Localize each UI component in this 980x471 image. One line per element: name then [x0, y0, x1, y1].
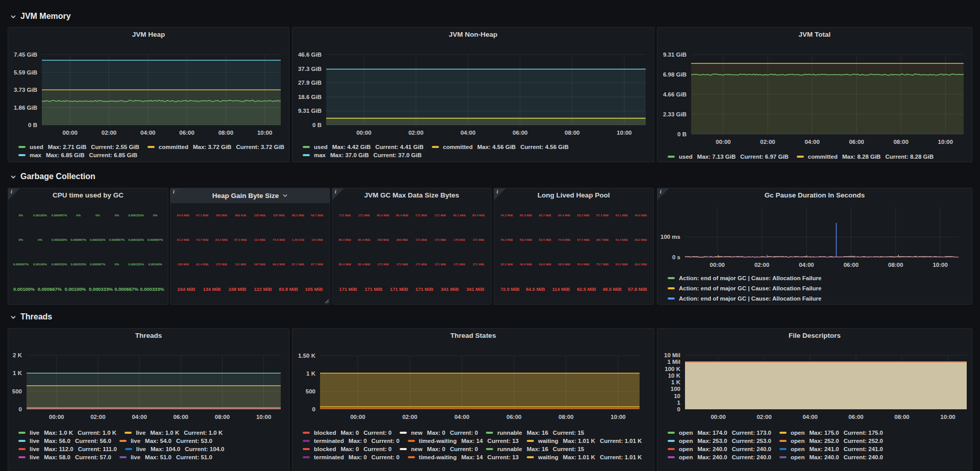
legend-item-committed[interactable]: committedMax: 8.28 GiBCurrent: 8.28 GiB: [797, 154, 934, 160]
svg-text:10:00: 10:00: [257, 130, 272, 136]
legend-series-name: new: [411, 446, 422, 452]
legend-item-open[interactable]: openMax: 174.0Current: 173.0: [668, 430, 771, 436]
legend-item-open[interactable]: openMax: 240.0Current: 240.0: [668, 446, 771, 452]
legend-item-waiting[interactable]: waitingMax: 1.01 KCurrent: 1.01 K: [527, 454, 642, 460]
legend-series-max: Max: 37.0 GiB: [330, 152, 369, 158]
legend-series-max: Max: 16: [527, 446, 548, 452]
legend-item-live[interactable]: liveMax: 104.0Current: 104.0: [125, 446, 225, 452]
panel-title-jvm-total[interactable]: JVM Total: [673, 31, 957, 38]
stat-value: 244 MiB: [174, 286, 199, 292]
svg-text:00:00: 00:00: [710, 262, 725, 268]
panel-title-jvm-heap[interactable]: JVM Heap: [23, 31, 274, 38]
legend-item-live[interactable]: liveMax: 58.0Current: 57.0: [18, 454, 111, 460]
svg-text:10:00: 10:00: [610, 414, 625, 420]
legend-item-blocked[interactable]: blockedMax: 0Current: 0: [303, 446, 391, 452]
legend-series-name: open: [679, 430, 693, 436]
legend-item-runnable[interactable]: runnableMax: 16Current: 15: [486, 446, 584, 452]
legend-item-waiting[interactable]: waitingMax: 1.01 KCurrent: 1.01 K: [527, 438, 642, 444]
legend-series-name: terminated: [314, 438, 344, 444]
svg-text:10 Mil: 10 Mil: [664, 352, 680, 358]
panel-title-heap-gain[interactable]: Heap Gain Byte Size: [212, 192, 279, 200]
svg-text:6.98 GiB: 6.98 GiB: [663, 71, 687, 78]
stat-value-small: 0.000667%: [107, 238, 127, 241]
svg-text:00:00: 00:00: [49, 414, 64, 420]
legend-item-committed[interactable]: committedMax: 4.56 GiBCurrent: 4.56 GiB: [432, 144, 569, 150]
legend-item-terminated[interactable]: terminatedMax: 0Current: 0: [303, 438, 400, 444]
gc-pause-legend: Action: end of major GC | Cause: Allocat…: [668, 275, 969, 305]
legend-series-max: Max: 51.0: [145, 454, 172, 460]
section-header-garbage-collection[interactable]: Garbage Collection: [10, 171, 95, 182]
panel-info-icon[interactable]: i: [332, 188, 344, 200]
legend-item-open[interactable]: openMax: 252.0Current: 252.0: [779, 438, 883, 444]
section-header-jvm-memory[interactable]: JVM Memory: [10, 11, 71, 21]
legend-item-new[interactable]: newMax: 0Current: 0: [400, 446, 478, 452]
panel-gc-pause-duration: i Gc Pause Duration In Seconds 100 ms0 s…: [657, 188, 972, 305]
svg-text:27.9 GiB: 27.9 GiB: [298, 80, 322, 86]
svg-text:02:00: 02:00: [756, 414, 771, 420]
legend-item-open[interactable]: openMax: 253.0Current: 253.0: [668, 438, 771, 444]
stat-value-small: 200 MiB: [374, 238, 393, 241]
panel-title-jvm-gc-max-data-size-bytes[interactable]: JVM GC Max Data Size Bytes: [348, 191, 476, 199]
legend-item-blocked[interactable]: blockedMax: 0Current: 0: [303, 430, 391, 436]
legend-item-action-end-of-major-gc-cause-allocation-failure[interactable]: Action: end of major GC | Cause: Allocat…: [668, 295, 826, 302]
stat-value-small: 85.4 MiB: [374, 214, 393, 217]
legend-series-color: [527, 456, 534, 458]
legend-series-name: open: [791, 454, 804, 460]
stat-value-small: 40.6 MiB: [517, 263, 536, 266]
svg-text:2.33 GiB: 2.33 GiB: [663, 111, 687, 117]
panel-title-jvm-non-heap[interactable]: JVM Non-Heap: [308, 31, 639, 38]
panel-title-thread-states[interactable]: Thread States: [308, 332, 639, 339]
legend-item-max[interactable]: maxMax: 37.0 GiBCurrent: 37.0 GiB: [303, 152, 422, 158]
svg-text:06:00: 06:00: [174, 414, 188, 420]
legend-item-max[interactable]: maxMax: 6.85 GiBCurrent: 6.85 GiB: [18, 152, 137, 158]
legend-item-open[interactable]: openMax: 175.0Current: 175.0: [779, 430, 883, 436]
legend-series-current: Current: 6.85 GiB: [89, 152, 137, 158]
stat-value-small: 28.7 MiB: [593, 238, 612, 241]
stat-value-small: 171 MiB: [431, 263, 450, 266]
svg-text:0 s: 0 s: [672, 254, 680, 260]
stat-value-small: 112 MiB: [250, 238, 270, 241]
legend-item-timed-waiting[interactable]: timed-waitingMax: 14Current: 13: [408, 454, 519, 460]
stat-value-small: 85.4 MiB: [354, 238, 373, 241]
panel-info-icon[interactable]: i: [494, 188, 506, 200]
legend-item-committed[interactable]: committedMax: 3.72 GiBCurrent: 3.72 GiB: [148, 144, 284, 150]
legend-item-live[interactable]: liveMax: 1.0 KCurrent: 1.0 K: [125, 430, 223, 436]
panel-title-threads[interactable]: Threads: [23, 332, 274, 339]
panel-info-icon[interactable]: i: [657, 188, 669, 200]
legend-item-action-end-of-major-gc-cause-allocation-failure[interactable]: Action: end of major GC | Cause: Allocat…: [668, 275, 826, 281]
legend-series-current: Current: 4.56 GiB: [520, 144, 569, 150]
legend-item-used[interactable]: usedMax: 2.71 GiBCurrent: 2.55 GiB: [18, 144, 139, 150]
legend-item-live[interactable]: liveMax: 1.0 KCurrent: 1.0 K: [18, 430, 116, 436]
legend-item-live[interactable]: liveMax: 51.0Current: 51.0: [119, 454, 212, 460]
legend-item-new[interactable]: newMax: 0Current: 0: [400, 430, 478, 436]
legend-item-used[interactable]: usedMax: 7.13 GiBCurrent: 6.97 GiB: [668, 154, 789, 160]
panel-info-icon[interactable]: i: [8, 188, 20, 200]
legend-item-open[interactable]: openMax: 241.0Current: 241.0: [779, 446, 883, 452]
legend-item-terminated[interactable]: terminatedMax: 0Current: 0: [303, 454, 400, 460]
stat-value-small: 28.5 MiB: [555, 263, 574, 266]
legend-series-name: runnable: [497, 446, 522, 452]
legend-item-action-end-of-major-gc-cause-allocation-failure[interactable]: Action: end of major GC | Cause: Allocat…: [668, 285, 826, 291]
panel-title-file-descriptors[interactable]: File Descriptors: [673, 332, 957, 339]
svg-text:02:00: 02:00: [754, 262, 769, 268]
legend-item-runnable[interactable]: runnableMax: 16Current: 15: [486, 430, 584, 436]
legend-item-live[interactable]: liveMax: 112.0Current: 111.0: [18, 446, 117, 452]
legend-item-live[interactable]: liveMax: 56.0Current: 56.0: [18, 438, 111, 444]
legend-item-used[interactable]: usedMax: 4.42 GiBCurrent: 4.41 GiB: [303, 144, 424, 150]
svg-text:10:00: 10:00: [256, 414, 271, 420]
legend-item-open[interactable]: openMax: 240.0Current: 240.0: [668, 454, 771, 460]
legend-item-open[interactable]: openMax: 240.0Current: 240.0: [779, 454, 883, 460]
legend-item-live[interactable]: liveMax: 54.0Current: 53.0: [119, 438, 212, 444]
stat-value: 341 MiB: [462, 286, 488, 292]
panel-title-long-lived-heap-pool[interactable]: Long Lived Heap Pool: [509, 191, 638, 199]
legend-item-timed-waiting[interactable]: timed-waitingMax: 14Current: 13: [408, 438, 519, 444]
stat-value-small: 0.00100%: [145, 263, 165, 266]
panel-info-icon[interactable]: i: [170, 188, 182, 200]
panel-header-heap-gain[interactable]: Heap Gain Byte Size: [170, 188, 330, 203]
resize-handle[interactable]: [324, 299, 329, 304]
svg-text:100 ms: 100 ms: [660, 234, 680, 240]
section-header-threads[interactable]: Threads: [10, 312, 52, 322]
panel-title-gc-pause-duration[interactable]: Gc Pause Duration In Seconds: [673, 191, 957, 199]
legend-series-max: Max: 6.85 GiB: [46, 152, 84, 158]
panel-title-cpu-time-used-by-gc[interactable]: CPU time used by GC: [23, 191, 153, 199]
